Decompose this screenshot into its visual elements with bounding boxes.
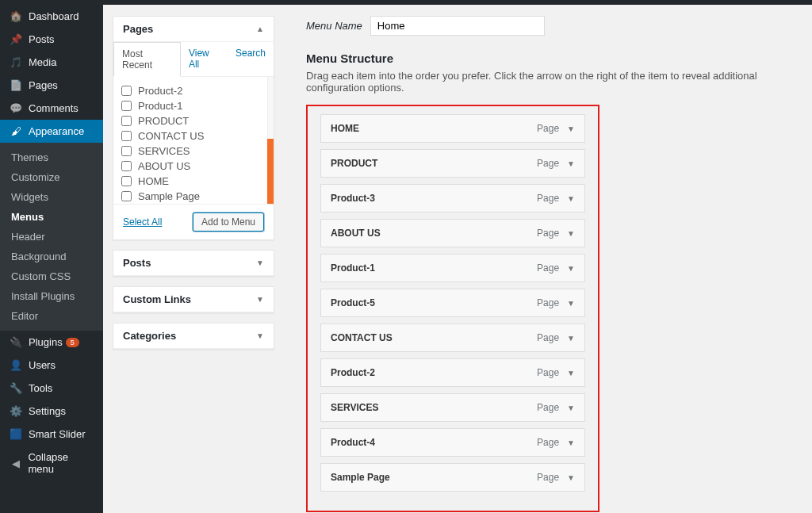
page-checkbox[interactable]: [121, 191, 132, 201]
metabox-title: Categories: [123, 330, 176, 342]
page-checkbox[interactable]: [121, 146, 132, 156]
expand-icon: ▼: [256, 295, 264, 304]
metabox-header[interactable]: Custom Links▼: [113, 287, 274, 312]
page-list-item[interactable]: PRODUCT: [118, 113, 269, 128]
content-area: Pages ▲ Most RecentView AllSearch Produc…: [103, 5, 812, 513]
sidebar-item-pages[interactable]: 📄Pages: [0, 74, 103, 97]
metabox-header[interactable]: Posts▼: [113, 251, 274, 276]
page-checkbox[interactable]: [121, 131, 132, 141]
menu-item-title: Product-3: [331, 193, 375, 204]
sidebar-item-comments[interactable]: 💬Comments: [0, 97, 103, 120]
dash-icon: 🏠: [8, 10, 24, 22]
sidebar-subitem-install-plugins[interactable]: Install Plugins: [0, 286, 103, 306]
menu-item-type: Page: [537, 367, 559, 378]
sidebar-item-dashboard[interactable]: 🏠Dashboard: [0, 5, 103, 28]
page-checkbox[interactable]: [121, 161, 132, 171]
add-to-menu-button[interactable]: Add to Menu: [193, 212, 264, 232]
sidebar-item-label: Pages: [29, 79, 58, 91]
sidebar-item-smart-slider[interactable]: 🟦Smart Slider: [0, 423, 103, 446]
chevron-down-icon[interactable]: ▼: [567, 369, 575, 377]
sidebar-subitem-header[interactable]: Header: [0, 227, 103, 247]
pages-metabox-body: Most RecentView AllSearch Product-2Produ…: [113, 42, 274, 239]
menu-items-list: HOMEPage▼PRODUCTPage▼Product-3Page▼ABOUT…: [306, 105, 599, 512]
sidebar-item-label: Collapse menu: [28, 451, 95, 475]
plug-icon: 🔌: [8, 336, 24, 348]
collapse-icon: ▲: [256, 25, 264, 33]
chevron-down-icon[interactable]: ▼: [567, 124, 575, 133]
pages-metabox-header[interactable]: Pages ▲: [113, 17, 274, 42]
scrollbar-thumb[interactable]: [267, 139, 274, 204]
menu-item[interactable]: Sample PagePage▼: [320, 463, 585, 492]
sidebar-subitem-widgets[interactable]: Widgets: [0, 187, 103, 207]
menu-item[interactable]: CONTACT USPage▼: [320, 323, 585, 352]
tab-most-recent[interactable]: Most Recent: [113, 42, 181, 77]
gear-icon: ⚙️: [8, 405, 24, 417]
menu-item[interactable]: PRODUCTPage▼: [320, 149, 585, 178]
menu-item[interactable]: SERVICESPage▼: [320, 393, 585, 422]
pages-metabox-footer: Select All Add to Menu: [113, 204, 274, 239]
menu-item-title: HOME: [331, 123, 359, 134]
brush-icon: 🖌: [8, 125, 24, 137]
menu-item[interactable]: Product-3Page▼: [320, 184, 585, 212]
sidebar-subitem-background[interactable]: Background: [0, 247, 103, 266]
menu-item[interactable]: Product-4Page▼: [320, 428, 585, 457]
chevron-down-icon[interactable]: ▼: [567, 229, 575, 238]
pages-metabox: Pages ▲ Most RecentView AllSearch Produc…: [113, 16, 274, 240]
sidebar-item-settings[interactable]: ⚙️Settings: [0, 400, 103, 423]
sidebar-subitem-customize[interactable]: Customize: [0, 167, 103, 187]
menu-item[interactable]: ABOUT USPage▼: [320, 219, 585, 247]
page-item-label: SERVICES: [138, 145, 190, 157]
menu-item[interactable]: Product-1Page▼: [320, 254, 585, 282]
menu-item-type: Page: [537, 123, 559, 134]
page-list-item[interactable]: SERVICES: [118, 144, 269, 159]
page-list-item[interactable]: CONTACT US: [118, 128, 269, 144]
pin-icon: 📌: [8, 33, 24, 45]
chevron-down-icon[interactable]: ▼: [567, 438, 575, 447]
chevron-down-icon[interactable]: ▼: [567, 159, 575, 168]
sidebar-item-collapse-menu[interactable]: ◀Collapse menu: [0, 446, 103, 480]
page-checkbox[interactable]: [121, 101, 132, 111]
sidebar-item-posts[interactable]: 📌Posts: [0, 28, 103, 51]
page-checkbox[interactable]: [121, 86, 132, 96]
chevron-down-icon[interactable]: ▼: [567, 194, 575, 203]
page-item-label: CONTACT US: [138, 130, 204, 142]
page-list-item[interactable]: ABOUT US: [118, 159, 269, 174]
chevron-down-icon[interactable]: ▼: [567, 264, 575, 273]
page-checkbox[interactable]: [121, 116, 132, 126]
sidebar-item-tools[interactable]: 🔧Tools: [0, 377, 103, 400]
chevron-down-icon[interactable]: ▼: [567, 473, 575, 482]
menu-item[interactable]: Product-5Page▼: [320, 289, 585, 317]
menu-item[interactable]: Product-2Page▼: [320, 358, 585, 387]
page-list-item[interactable]: HOME: [118, 174, 269, 189]
page-list-item[interactable]: Product-1: [118, 98, 269, 113]
sidebar-item-media[interactable]: 🎵Media: [0, 51, 103, 74]
sidebar-subitem-menus[interactable]: Menus: [0, 207, 103, 227]
tab-search[interactable]: Search: [228, 42, 274, 76]
page-list-item[interactable]: Sample Page: [118, 189, 269, 204]
menu-item-meta: Page▼: [537, 472, 575, 483]
chevron-down-icon[interactable]: ▼: [567, 334, 575, 343]
sidebar-subitem-editor[interactable]: Editor: [0, 306, 103, 326]
metabox-header[interactable]: Categories▼: [113, 323, 274, 349]
menu-item[interactable]: HOMEPage▼: [320, 114, 585, 143]
sidebar-item-appearance[interactable]: 🖌Appearance: [0, 120, 103, 143]
menu-item-meta: Page▼: [537, 437, 575, 448]
sidebar-item-plugins[interactable]: 🔌Plugins5: [0, 331, 103, 354]
menu-name-input[interactable]: [370, 16, 545, 36]
menu-item-title: Sample Page: [331, 472, 390, 483]
page-checkbox[interactable]: [121, 176, 132, 186]
menu-item-title: Product-1: [331, 262, 375, 274]
sidebar-item-label: Smart Slider: [29, 428, 86, 440]
chevron-down-icon[interactable]: ▼: [567, 299, 575, 308]
select-all-link[interactable]: Select All: [123, 216, 162, 228]
menu-item-meta: Page▼: [537, 158, 575, 169]
tab-view-all[interactable]: View All: [181, 42, 228, 76]
sidebar-subitem-themes[interactable]: Themes: [0, 147, 103, 167]
sidebar-item-users[interactable]: 👤Users: [0, 354, 103, 377]
menu-item-meta: Page▼: [537, 193, 575, 204]
custom-links-metabox: Custom Links▼: [113, 286, 274, 313]
page-list-item[interactable]: Product-2: [118, 83, 269, 98]
sidebar-subitem-custom-css[interactable]: Custom CSS: [0, 266, 103, 286]
menu-item-type: Page: [537, 297, 559, 308]
chevron-down-icon[interactable]: ▼: [567, 404, 575, 412]
